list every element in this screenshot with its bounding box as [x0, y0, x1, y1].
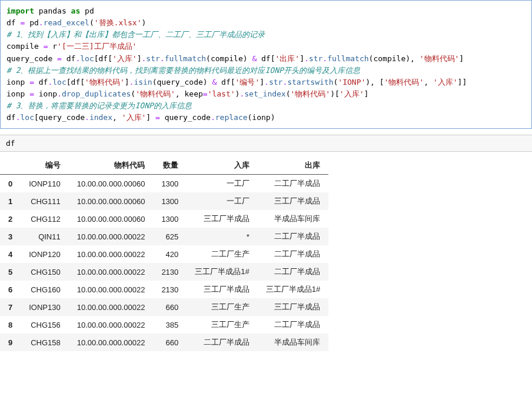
attr: loc — [52, 78, 66, 86]
table-row: 9CHG15810.00.00.000.00022660二工厂半成品半成品车间库 — [0, 334, 328, 351]
op: . — [57, 89, 62, 98]
txt: query_code — [6, 54, 57, 63]
str: 'IONP' — [338, 78, 365, 86]
txt: [df[ — [94, 54, 112, 63]
table-cell: 二工厂半成品 — [258, 245, 328, 263]
table-cell: 10.00.00.000.00022 — [69, 245, 154, 263]
fn: read_excel — [44, 18, 89, 27]
txt: , — [424, 78, 433, 86]
code-comment: # 1、找到【入库】和【出库】都包含一工厂、二工厂、三工厂半成品的记录 — [6, 29, 526, 41]
str: '物料代码' — [291, 89, 331, 98]
fn: set_index — [244, 89, 285, 98]
str: '替换.xlsx' — [94, 18, 142, 27]
code-text: df — [6, 139, 15, 148]
table-cell: 二工厂半成品 — [258, 175, 328, 193]
row-index: 8 — [0, 316, 21, 334]
str: '入库' — [122, 113, 147, 122]
code-input-cell-2[interactable]: df — [0, 135, 532, 152]
table-row: 2CHG11210.00.00.000.000601300三工厂半成品半成品车间… — [0, 210, 328, 228]
fn: isin — [134, 78, 152, 86]
row-index: 4 — [0, 245, 21, 263]
code-line: import pandas as pd — [6, 5, 526, 17]
txt: ] — [260, 78, 264, 86]
table-cell: 二工厂生产 — [187, 245, 257, 263]
txt: df — [62, 54, 75, 63]
op: = — [29, 89, 34, 98]
row-index: 9 — [0, 334, 21, 351]
op: . — [264, 78, 269, 86]
table-cell: 二工厂半成品 — [258, 316, 328, 334]
kw: import — [6, 6, 34, 15]
table-cell: 二工厂半成品 — [258, 228, 328, 245]
txt: pd — [25, 18, 38, 27]
txt: df — [6, 113, 16, 122]
table-cell: 2130 — [153, 263, 187, 281]
txt: df — [6, 18, 20, 27]
txt: pandas — [34, 6, 71, 15]
str: '入库' — [112, 54, 137, 63]
txt: ( — [131, 89, 135, 98]
str: '编号' — [235, 78, 260, 86]
str: 'last' — [208, 89, 235, 98]
table-cell: 660 — [153, 298, 187, 316]
table-body: 0IONP11010.00.00.000.000601300一工厂二工厂半成品1… — [0, 175, 328, 352]
txt: ionp — [6, 89, 29, 98]
code-comment: # 2、根据上一查找结果的物料代码，找到离需要替换的物料代码最近的对应IONP开… — [6, 65, 526, 76]
table-cell: 三工厂半成品 — [187, 210, 257, 228]
table-cell: 10.00.00.000.00060 — [69, 192, 154, 210]
txt: , keep — [175, 89, 203, 98]
str: '物料代码' — [384, 78, 424, 86]
fn: startswith — [287, 78, 333, 86]
table-cell: 半成品车间库 — [258, 210, 328, 228]
txt: , — [112, 113, 122, 122]
table-header-row: 编号 物料代码 数量 入库 出库 — [0, 156, 328, 175]
table-cell: 三工厂半成品1# — [258, 281, 328, 298]
txt: compile — [6, 42, 44, 51]
txt: pd — [80, 6, 94, 15]
op: = — [203, 89, 208, 98]
table-cell: 10.00.00.000.00060 — [69, 175, 154, 193]
txt: ionp — [6, 78, 29, 86]
op: . — [85, 113, 89, 122]
txt: [query_code — [34, 113, 85, 122]
table-row: 1CHG11110.00.00.000.000601300一工厂三工厂半成品 — [0, 192, 328, 210]
txt: ]] — [458, 78, 467, 86]
table-cell: 三工厂半成品 — [258, 298, 328, 316]
txt: ionp — [34, 89, 57, 98]
fn: fullmatch — [165, 54, 206, 63]
txt: ) — [142, 18, 147, 27]
table-cell: CHG111 — [21, 192, 68, 210]
fn: replace — [215, 113, 248, 122]
table-row: 7IONP13010.00.00.000.00022660三工厂生产三工厂半成品 — [0, 298, 328, 316]
str: '物料代码' — [135, 89, 175, 98]
code-line: ionp = ionp.drop_duplicates('物料代码', keep… — [6, 88, 526, 100]
code-line: compile = r'[一二三]工厂半成品' — [6, 41, 526, 52]
row-index: 0 — [0, 175, 21, 193]
output-dataframe-table: 编号 物料代码 数量 入库 出库 0IONP11010.00.00.000.00… — [0, 156, 328, 351]
code-comment: # 3、替换，将需要替换的记录变更为IONP的入库信息 — [6, 100, 526, 112]
op: = — [57, 54, 62, 63]
table-cell: CHG160 — [21, 281, 68, 298]
txt: (compile), — [369, 54, 420, 63]
txt: ] — [125, 78, 129, 86]
table-cell: 10.00.00.000.00022 — [69, 263, 154, 281]
table-cell: IONP120 — [21, 245, 68, 263]
code-line: ionp = df.loc[df['物料代码'].isin(query_code… — [6, 76, 526, 88]
table-cell: 420 — [153, 245, 187, 263]
txt: ] — [300, 54, 304, 63]
str: '入库' — [340, 89, 364, 98]
str: '[一二三]工厂半成品' — [57, 42, 137, 51]
row-index: 1 — [0, 192, 21, 210]
row-index: 5 — [0, 263, 21, 281]
attr: str — [146, 54, 159, 63]
txt: ] — [459, 54, 464, 63]
txt: [df[ — [66, 78, 85, 86]
txt: )[ — [330, 89, 340, 98]
table-cell: 2130 — [153, 281, 187, 298]
table-cell: 10.00.00.000.00060 — [69, 210, 154, 228]
attr: str — [269, 78, 282, 86]
code-input-cell[interactable]: import pandas as pd df = pd.read_excel('… — [0, 0, 532, 129]
txt: ] — [137, 54, 142, 63]
str: '物料代码' — [420, 54, 460, 63]
table-cell: 625 — [153, 228, 187, 245]
